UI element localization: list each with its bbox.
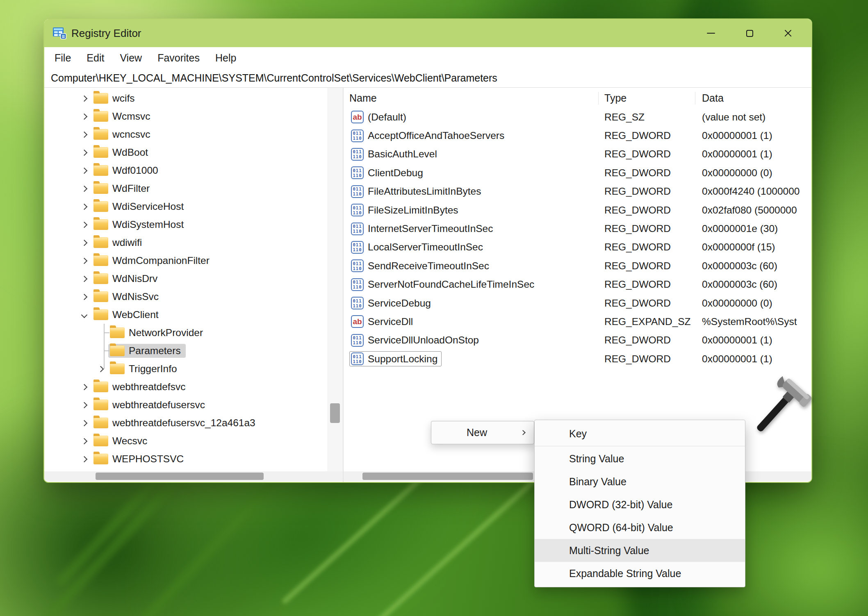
menu-favorites[interactable]: Favorites — [150, 50, 207, 66]
registry-value-row[interactable]: 011110SendReceiveTimeoutInSec REG_DWORD … — [344, 257, 811, 275]
menu-item-binary-value[interactable]: Binary Value — [535, 470, 745, 493]
registry-value-row[interactable]: ab(Default) REG_SZ (value not set) — [344, 108, 811, 126]
menu-bar: File Edit View Favorites Help — [44, 47, 811, 68]
tree-item[interactable]: webthreatdefusersvc — [44, 396, 327, 414]
registry-value-row[interactable]: 011110InternetServerTimeoutInSec REG_DWO… — [344, 219, 811, 238]
chevron-right-icon[interactable] — [76, 125, 92, 143]
chevron-right-icon[interactable] — [76, 216, 92, 234]
tree-item[interactable]: WdFilter — [44, 180, 327, 198]
menu-item-qword-value[interactable]: QWORD (64-bit) Value — [535, 516, 745, 539]
focused-value-name-box[interactable]: 011110SupportLocking — [349, 351, 442, 366]
folder-icon — [110, 364, 125, 374]
tree-item[interactable]: wdiwifi — [44, 234, 327, 252]
tree-item-parameters-selected[interactable]: Parameters — [44, 342, 327, 360]
registry-value-row[interactable]: abServiceDll REG_EXPAND_SZ %SystemRoot%\… — [344, 312, 811, 331]
chevron-right-icon[interactable] — [76, 143, 92, 161]
dword-value-icon: 011110 — [351, 297, 364, 309]
menu-item-string-value[interactable]: String Value — [535, 447, 745, 470]
tree-horizontal-scrollbar[interactable] — [44, 471, 343, 481]
tree-item[interactable]: TriggerInfo — [44, 360, 327, 378]
tree-item[interactable]: wcifs — [44, 89, 327, 107]
menu-item-key[interactable]: Key — [535, 422, 745, 445]
tree-connector-line — [104, 332, 109, 333]
registry-path: Computer\HKEY_LOCAL_MACHINE\SYSTEM\Curre… — [51, 72, 497, 84]
folder-icon — [93, 255, 108, 266]
registry-value-row[interactable]: 011110ClientDebug REG_DWORD 0x00000000 (… — [344, 164, 811, 182]
scrollbar-thumb[interactable] — [330, 403, 340, 423]
registry-value-row[interactable]: 011110ServerNotFoundCacheLifeTimeInSec R… — [344, 275, 811, 294]
column-header-name[interactable]: Name — [344, 92, 599, 104]
menu-item-multi-string-value[interactable]: Multi-String Value — [535, 539, 745, 562]
tree-item[interactable]: WdmCompanionFilter — [44, 252, 327, 270]
tree-item-webclient[interactable]: WebClient — [44, 306, 327, 324]
chevron-right-icon[interactable] — [76, 107, 92, 125]
folder-icon — [93, 111, 108, 122]
menu-view[interactable]: View — [112, 50, 150, 66]
chevron-right-icon[interactable] — [76, 89, 92, 107]
chevron-right-icon[interactable] — [76, 180, 92, 198]
chevron-right-icon[interactable] — [76, 161, 92, 180]
tree-item[interactable]: Wecsvc — [44, 432, 327, 450]
chevron-right-icon[interactable] — [76, 432, 92, 450]
menu-edit[interactable]: Edit — [79, 50, 112, 66]
menu-help[interactable]: Help — [207, 50, 244, 66]
scrollbar-thumb[interactable] — [96, 473, 264, 480]
registry-value-row[interactable]: 011110ServiceDebug REG_DWORD 0x00000000 … — [344, 294, 811, 312]
value-type: REG_DWORD — [599, 334, 695, 346]
tree-item[interactable]: Wdf01000 — [44, 161, 327, 180]
tree-item[interactable]: wcncsvc — [44, 125, 327, 143]
tree-item[interactable]: WdNisSvc — [44, 288, 327, 306]
tree-item-label: wdiwifi — [112, 237, 142, 248]
close-button[interactable] — [769, 19, 807, 47]
context-menu-item-new[interactable]: New — [431, 421, 534, 444]
tree-item[interactable]: WdNisDrv — [44, 270, 327, 288]
chevron-down-icon[interactable] — [76, 306, 92, 324]
tree-item[interactable]: WEPHOSTSVC — [44, 450, 327, 468]
tree-item-label: WdBoot — [112, 147, 148, 158]
chevron-right-icon[interactable] — [76, 252, 92, 270]
tree-item-label: WdmCompanionFilter — [112, 255, 210, 266]
submenu-arrow-icon — [520, 430, 526, 435]
chevron-right-icon[interactable] — [76, 270, 92, 288]
column-header-data[interactable]: Data — [695, 92, 811, 104]
tree-item[interactable]: webthreatdefusersvc_12a461a3 — [44, 414, 327, 432]
registry-value-row[interactable]: 011110BasicAuthLevel REG_DWORD 0x0000000… — [344, 145, 811, 164]
tree-item[interactable]: NetworkProvider — [44, 324, 327, 342]
tree-item-label: wcifs — [112, 93, 134, 104]
tree-item-label: webthreatdefsvc — [112, 381, 185, 393]
tree-pane: wcifs Wcmsvc wcncsvc WdBoot — [44, 88, 343, 482]
menu-item-expandable-string-value[interactable]: Expandable String Value — [535, 562, 745, 585]
tree-item[interactable]: Wcmsvc — [44, 107, 327, 125]
menu-file[interactable]: File — [47, 50, 79, 66]
chevron-right-icon[interactable] — [76, 288, 92, 306]
minimize-button[interactable] — [692, 19, 730, 47]
tree-item[interactable]: WdiSystemHost — [44, 216, 327, 234]
chevron-right-icon[interactable] — [76, 414, 92, 432]
chevron-right-icon[interactable] — [76, 396, 92, 414]
tree-item[interactable]: WdiServiceHost — [44, 198, 327, 216]
titlebar[interactable]: Registry Editor — [44, 19, 811, 47]
maximize-icon — [746, 30, 753, 37]
dword-value-icon: 011110 — [351, 223, 364, 235]
maximize-button[interactable] — [730, 19, 769, 47]
registry-value-row[interactable]: 011110AcceptOfficeAndTahoeServers REG_DW… — [344, 126, 811, 145]
address-bar[interactable]: Computer\HKEY_LOCAL_MACHINE\SYSTEM\Curre… — [44, 68, 811, 88]
column-header-type[interactable]: Type — [599, 92, 695, 104]
tree-vertical-scrollbar[interactable] — [327, 88, 343, 471]
registry-value-row[interactable]: 011110ServiceDllUnloadOnStop REG_DWORD 0… — [344, 331, 811, 350]
registry-value-row[interactable]: 011110FileSizeLimitInBytes REG_DWORD 0x0… — [344, 201, 811, 219]
chevron-right-icon[interactable] — [76, 378, 92, 396]
menu-item-dword-value[interactable]: DWORD (32-bit) Value — [535, 493, 745, 516]
scrollbar-thumb[interactable] — [362, 473, 533, 480]
chevron-right-icon[interactable] — [76, 198, 92, 216]
folder-icon — [93, 237, 108, 248]
chevron-right-icon[interactable] — [76, 450, 92, 468]
registry-value-row[interactable]: 011110LocalServerTimeoutInSec REG_DWORD … — [344, 238, 811, 257]
tree-connector-line — [104, 350, 109, 351]
registry-value-row[interactable]: 011110FileAttributesLimitInBytes REG_DWO… — [344, 182, 811, 201]
chevron-right-icon[interactable] — [93, 360, 108, 378]
registry-value-row-supportlocking[interactable]: 011110SupportLocking REG_DWORD 0x0000000… — [344, 350, 811, 368]
tree-item[interactable]: WdBoot — [44, 143, 327, 161]
tree-item[interactable]: webthreatdefsvc — [44, 378, 327, 396]
chevron-right-icon[interactable] — [76, 234, 92, 252]
